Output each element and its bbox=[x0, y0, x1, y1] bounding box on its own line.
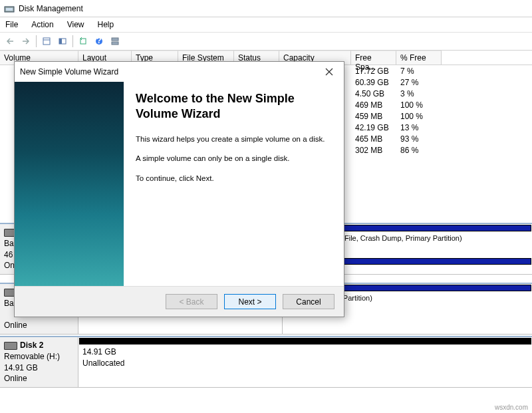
wizard-text-3: To continue, click Next. bbox=[136, 174, 332, 184]
disk-icon bbox=[4, 342, 17, 350]
disk2-label: Disk 2 Removable (H:) 14.91 GB Online bbox=[0, 337, 78, 387]
toolbar-btn-1[interactable] bbox=[39, 34, 54, 49]
svg-rect-5 bbox=[59, 39, 62, 44]
col-pct-free[interactable]: % Free bbox=[396, 51, 442, 65]
col-free-space[interactable]: Free Spa... bbox=[351, 51, 396, 65]
menu-view[interactable]: View bbox=[65, 19, 87, 31]
wizard-buttons: < Back Next > Cancel bbox=[15, 286, 344, 317]
nav-forward-button[interactable] bbox=[19, 34, 33, 49]
toolbar-separator bbox=[72, 35, 73, 47]
toolbar-btn-2[interactable] bbox=[55, 34, 70, 49]
window-title-bar: Disk Management bbox=[0, 0, 532, 17]
toolbar-help-button[interactable]: ? bbox=[92, 34, 106, 49]
wizard-banner bbox=[15, 82, 124, 286]
svg-text:?: ? bbox=[96, 37, 101, 45]
wizard-heading: Welcome to the New Simple Volume Wizard bbox=[136, 91, 332, 122]
svg-rect-2 bbox=[43, 38, 50, 45]
refresh-button[interactable] bbox=[76, 34, 90, 49]
menu-help[interactable]: Help bbox=[95, 19, 117, 31]
disk2-graph[interactable]: 14.91 GB Unallocated bbox=[78, 337, 532, 387]
menu-bar: File Action View Help bbox=[0, 17, 532, 32]
unallocated-bar bbox=[79, 338, 531, 344]
wizard-title: New Simple Volume Wizard bbox=[20, 67, 320, 76]
svg-rect-10 bbox=[112, 42, 118, 45]
wizard-text-1: This wizard helps you create a simple vo… bbox=[136, 134, 332, 145]
back-button: < Back bbox=[166, 294, 217, 309]
toolbar-separator bbox=[36, 35, 37, 47]
new-simple-volume-wizard: New Simple Volume Wizard Welcome to the … bbox=[14, 61, 344, 317]
close-icon bbox=[325, 68, 333, 76]
disk2-vol-info: 14.91 GB Unallocated bbox=[78, 345, 532, 370]
cancel-button[interactable]: Cancel bbox=[283, 294, 334, 309]
app-icon bbox=[4, 3, 15, 14]
nav-back-button[interactable] bbox=[3, 34, 17, 49]
wizard-content: Welcome to the New Simple Volume Wizard … bbox=[124, 82, 344, 286]
window-title: Disk Management bbox=[19, 4, 83, 13]
close-button[interactable] bbox=[320, 65, 338, 78]
wizard-text-2: A simple volume can only be on a single … bbox=[136, 154, 332, 164]
toolbar: ? bbox=[0, 32, 532, 51]
menu-action[interactable]: Action bbox=[29, 19, 56, 31]
toolbar-btn-5[interactable] bbox=[108, 34, 122, 49]
watermark: wsxdn.com bbox=[495, 404, 528, 411]
disk-panel-2: Disk 2 Removable (H:) 14.91 GB Online 14… bbox=[0, 336, 532, 388]
svg-rect-1 bbox=[6, 8, 13, 11]
menu-file[interactable]: File bbox=[3, 19, 21, 31]
next-button[interactable]: Next > bbox=[224, 294, 276, 309]
wizard-title-bar: New Simple Volume Wizard bbox=[15, 62, 344, 82]
svg-rect-9 bbox=[112, 38, 118, 41]
